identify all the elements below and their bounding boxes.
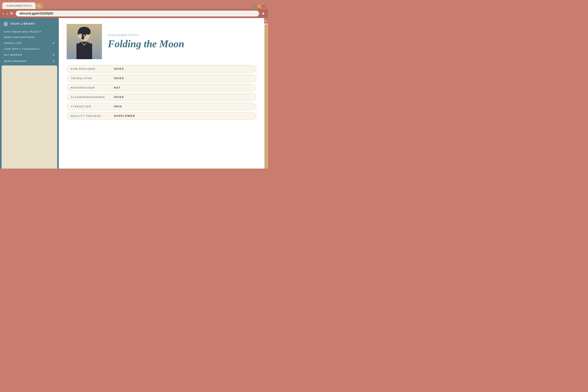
credit-row-raw: RAW PROVIDER SKIES [67, 65, 256, 72]
minimize-button[interactable] [253, 5, 256, 8]
new-tab-button[interactable]: + [36, 3, 42, 9]
credits-grid: RAW PROVIDER SKIES TRANSLATOR SKIES PROO… [67, 65, 256, 120]
heart-icon-2: ✿ [52, 53, 55, 56]
address-bar[interactable] [16, 10, 259, 16]
refresh-button[interactable]: ↻ [10, 11, 13, 16]
window-controls [253, 5, 266, 9]
sidebar-item-label: DEAR DREAMERS [4, 60, 27, 62]
new-tab-icon: + [38, 4, 40, 8]
sidebar-item-label: CARP WITH A THOUSAND E... [4, 48, 42, 50]
credit-value-cleaner: SKIES [114, 96, 124, 98]
svg-point-43 [84, 35, 86, 36]
credit-label-typesetter: TYPESETTER [71, 105, 110, 108]
manga-title: Folding the Moon [108, 38, 184, 50]
tab-label: SUNFLOWER PATCH [6, 4, 32, 7]
content-area: SUNFLOWER PATCH Folding the Moon RAW PRO… [59, 18, 264, 168]
sidebar-item-more-than-brothers[interactable]: MORE THAN BROTHERS [4, 35, 55, 40]
credit-value-qc: SUNFLOWER [114, 114, 135, 118]
back-button[interactable]: ‹ [3, 11, 4, 16]
forward-button[interactable]: › [6, 11, 8, 16]
credit-label-qc: QUALITY CHECKER [71, 114, 110, 118]
scanlation-group: SUNFLOWER PATCH [108, 34, 184, 37]
credit-label-proofreader: PROOFREADER [71, 86, 110, 89]
scrollbar-up-icon: ▲ [265, 20, 267, 22]
manga-cover [67, 24, 102, 59]
svg-rect-37 [76, 44, 92, 59]
credit-value-translator: SKIES [114, 77, 124, 80]
sidebar-logo-area [2, 66, 57, 168]
bookmark-icon[interactable]: ★ [262, 11, 265, 16]
credit-row-cleaner: CLEANER/REDRAWER SKIES [67, 93, 256, 101]
credit-label-raw: RAW PROVIDER [71, 68, 110, 70]
active-tab[interactable]: SUNFLOWER PATCH [2, 2, 36, 9]
svg-point-33 [86, 29, 90, 35]
sidebar-header: ||| YOUR LIBRARY [0, 21, 59, 30]
manga-info: SUNFLOWER PATCH Folding the Moon [108, 24, 184, 59]
close-button[interactable] [262, 5, 266, 8]
sidebar-list: STAR DREAM IDOL PROJECT MORE THAN BROTHE… [0, 30, 59, 64]
scrollbar: ▲ ▼ [264, 18, 268, 168]
credit-row-qc: QUALITY CHECKER SUNFLOWER [67, 112, 256, 120]
sidebar-item-star-dream[interactable]: STAR DREAM IDOL PROJECT [4, 30, 55, 34]
sidebar-item-label: MORE THAN BROTHERS [4, 36, 35, 38]
svg-rect-39 [78, 34, 80, 37]
sidebar-item-hidden-love[interactable]: HIDDEN LOVE ✿ [4, 40, 55, 46]
scrollbar-up-button[interactable]: ▲ [264, 18, 268, 24]
sidebar-item-label: STAR DREAM IDOL PROJECT [4, 30, 41, 33]
credit-value-raw: SKIES [114, 67, 124, 70]
heart-icon-3: ✿ [52, 60, 55, 63]
sidebar-title: YOUR LIBRARY [10, 22, 35, 25]
manga-header: SUNFLOWER PATCH Folding the Moon [67, 24, 256, 59]
sidebar-item-carp[interactable]: CARP WITH A THOUSAND E... [4, 47, 55, 51]
svg-rect-41 [81, 34, 82, 37]
credit-row-translator: TRANSLATOR SKIES [67, 74, 256, 82]
scrollbar-thumb[interactable] [264, 24, 267, 168]
cover-art [67, 24, 102, 59]
credit-value-typesetter: INHA [114, 105, 122, 108]
credit-row-proofreader: PROOFREADER NAT [67, 84, 256, 91]
navigation-bar: ‹ › ↻ ★ [0, 9, 268, 18]
svg-rect-40 [80, 34, 80, 37]
credit-value-proofreader: NAT [114, 86, 120, 89]
sidebar-item-dear-dreamers[interactable]: DEAR DREAMERS ✿ [4, 58, 55, 64]
sidebar: ||| YOUR LIBRARY STAR DREAM IDOL PROJECT… [0, 18, 59, 168]
sidebar-item-label: GET MARRIED [4, 54, 22, 56]
library-icon: ||| [4, 21, 8, 26]
maximize-button[interactable] [258, 5, 261, 8]
heart-icon: ✿ [52, 42, 55, 45]
sidebar-item-label: HIDDEN LOVE [4, 42, 22, 44]
credit-row-typesetter: TYPESETTER INHA [67, 103, 256, 110]
credit-label-translator: TRANSLATOR [71, 77, 110, 80]
credit-label-cleaner: CLEANER/REDRAWER [71, 96, 110, 98]
sidebar-item-get-married[interactable]: GET MARRIED ✿ [4, 52, 55, 58]
